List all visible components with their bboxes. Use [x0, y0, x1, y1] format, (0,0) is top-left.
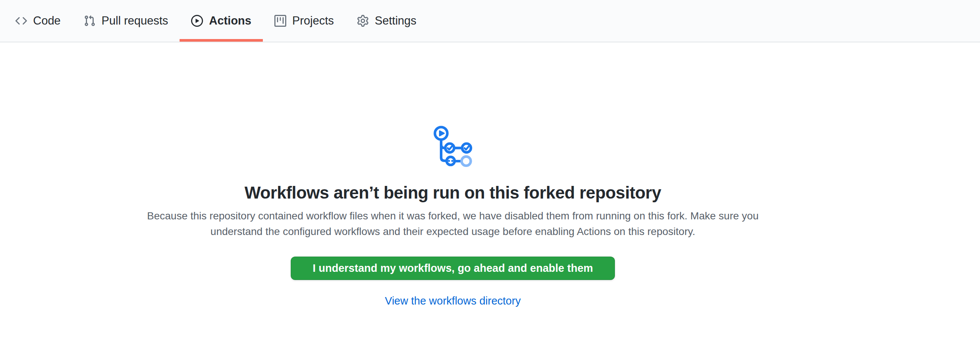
tab-projects[interactable]: Projects	[263, 0, 345, 42]
gear-icon	[357, 15, 369, 27]
view-workflows-directory-link[interactable]: View the workflows directory	[385, 295, 520, 307]
blankslate-heading: Workflows aren’t being run on this forke…	[245, 182, 662, 204]
blankslate-description: Because this repository contained workfl…	[144, 208, 761, 240]
tab-code-label: Code	[33, 14, 60, 27]
tab-settings[interactable]: Settings	[345, 0, 428, 42]
tab-actions-label: Actions	[209, 14, 251, 27]
repo-tab-bar: Code Pull requests Actions Projects Sett…	[0, 0, 980, 42]
enable-button-row: I understand my workflows, go ahead and …	[291, 257, 615, 280]
tab-projects-label: Projects	[292, 14, 334, 27]
workflow-graph-icon	[431, 124, 475, 169]
git-pull-request-icon	[84, 15, 95, 27]
code-icon	[15, 15, 27, 27]
tab-pull-requests-label: Pull requests	[102, 14, 168, 27]
enable-workflows-button[interactable]: I understand my workflows, go ahead and …	[291, 257, 615, 280]
workflows-link-row: View the workflows directory	[385, 295, 520, 307]
tab-actions[interactable]: Actions	[180, 0, 263, 42]
tab-code[interactable]: Code	[4, 0, 72, 42]
tab-settings-label: Settings	[375, 14, 417, 27]
project-icon	[274, 15, 286, 27]
actions-disabled-blankslate: Workflows aren’t being run on this forke…	[0, 42, 906, 307]
tab-pull-requests[interactable]: Pull requests	[72, 0, 180, 42]
play-circle-icon	[191, 15, 203, 27]
